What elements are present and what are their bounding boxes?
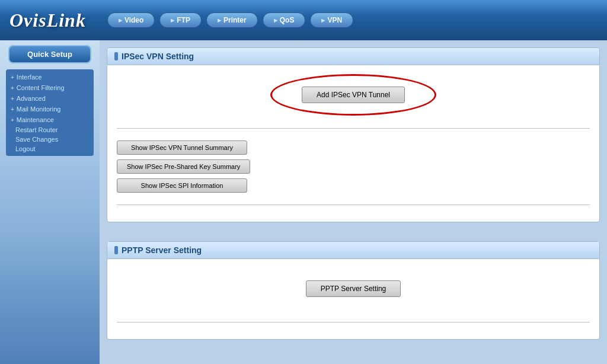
title-tab-icon — [114, 246, 118, 254]
nav-tabs: Video FTP Printer QoS VPN — [107, 12, 353, 28]
quick-setup-button[interactable]: Quick Setup — [8, 45, 91, 63]
sidebar-menu: + Interface + Content Filtering + Advanc… — [6, 69, 94, 156]
show-spi-info-button[interactable]: Show IPSec SPI Information — [117, 178, 247, 193]
section-gap — [107, 229, 600, 241]
expand-icon: + — [11, 74, 14, 81]
pptp-bottom-divider — [117, 322, 590, 323]
sidebar-item-advanced[interactable]: + Advanced — [6, 93, 94, 104]
sidebar: Quick Setup + Interface + Content Filter… — [0, 40, 100, 364]
add-tunnel-wrapper: Add IPSec VPN Tunnel — [117, 75, 590, 121]
pptp-section-title: PPTP Server Setting — [107, 242, 599, 259]
show-tunnel-summary-button[interactable]: Show IPSec VPN Tunnel Summary — [117, 141, 247, 155]
sidebar-item-mail-monitoring[interactable]: + Mail Monitoring — [6, 104, 94, 114]
nav-tab-ftp[interactable]: FTP — [159, 12, 202, 28]
content-area: IPSec VPN Setting Add IPSec VPN Tunnel S… — [100, 40, 607, 364]
nav-tab-video[interactable]: Video — [107, 12, 155, 28]
add-ipsec-tunnel-button[interactable]: Add IPSec VPN Tunnel — [302, 87, 405, 103]
nav-tab-printer[interactable]: Printer — [206, 12, 258, 28]
divider — [117, 128, 590, 129]
ipsec-section: IPSec VPN Setting Add IPSec VPN Tunnel S… — [107, 47, 600, 222]
pptp-server-setting-button[interactable]: PPTP Server Setting — [306, 280, 401, 297]
expand-icon: + — [11, 106, 14, 113]
expand-icon: + — [11, 117, 14, 123]
show-preshared-key-button[interactable]: Show IPSec Pre-Shared Key Summary — [117, 159, 250, 174]
sidebar-item-interface[interactable]: + Interface — [6, 72, 94, 82]
header: OvisLink Video FTP Printer QoS VPN — [0, 0, 607, 40]
pptp-btn-wrapper: PPTP Server Setting — [117, 269, 590, 315]
sidebar-item-maintenance[interactable]: + Maintenance — [6, 114, 94, 125]
ipsec-section-title: IPSec VPN Setting — [107, 48, 599, 65]
title-tab-icon — [114, 52, 118, 60]
sidebar-item-save-changes[interactable]: Save Changes — [6, 135, 94, 144]
bottom-divider — [117, 205, 590, 205]
nav-tab-vpn[interactable]: VPN — [310, 12, 353, 28]
ipsec-action-buttons: Show IPSec VPN Tunnel Summary Show IPSec… — [117, 136, 590, 197]
main-container: Quick Setup + Interface + Content Filter… — [0, 40, 607, 364]
brand-logo: OvisLink — [9, 9, 86, 31]
nav-tab-qos[interactable]: QoS — [263, 12, 306, 28]
pptp-section: PPTP Server Setting PPTP Server Setting — [107, 241, 600, 340]
sidebar-item-content-filtering[interactable]: + Content Filtering — [6, 82, 94, 93]
expand-icon: + — [11, 95, 14, 102]
sidebar-item-logout[interactable]: Logout — [6, 144, 94, 154]
expand-icon: + — [11, 85, 14, 91]
sidebar-item-restart-router[interactable]: Restart Router — [6, 125, 94, 135]
